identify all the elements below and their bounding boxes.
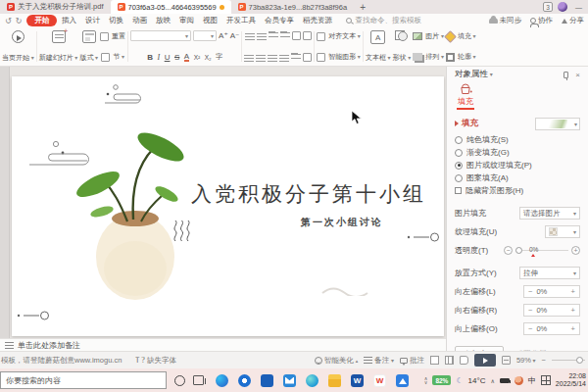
fill-option-gradient[interactable]: 渐变填充(G) (455, 146, 580, 159)
store-icon[interactable] (261, 374, 273, 387)
document-tab-active[interactable]: P 703f6a3-05...46646395569 (111, 0, 231, 14)
zoom-out-button[interactable]: − (542, 356, 546, 365)
minimize-button[interactable]: — (572, 4, 585, 11)
user-avatar[interactable] (558, 2, 567, 12)
text-box-button[interactable]: A 文本框 (365, 29, 392, 64)
normal-view-button[interactable] (430, 356, 439, 365)
new-tab-button[interactable]: + (354, 0, 371, 14)
placement-select[interactable]: 拉伸 ▾ (519, 267, 580, 279)
document-tab-pdf[interactable]: P 关于入党积极分子培训.pdf (0, 0, 111, 14)
font-size-select[interactable] (193, 30, 217, 41)
weather-moon-icon[interactable]: ☾ (456, 376, 463, 385)
outline-button[interactable]: 轮廓 (446, 51, 476, 63)
slideshow-play-button[interactable] (474, 354, 496, 367)
share-button[interactable]: 分享 (562, 16, 584, 25)
collaborate-button[interactable]: 协作 (530, 16, 553, 25)
comments-button[interactable]: 批注 (400, 356, 424, 366)
text-direction-icon[interactable] (292, 31, 301, 40)
battery-percent-badge[interactable]: 82% (432, 375, 451, 385)
underline-button[interactable]: U (165, 53, 171, 62)
picture-fill-select[interactable]: 请选择图片 ▾ (519, 207, 580, 220)
cortana-icon[interactable] (174, 375, 185, 386)
browser-icon[interactable] (306, 374, 318, 387)
bullet-list-icon[interactable] (245, 31, 255, 40)
stepper-minus[interactable]: − (524, 324, 536, 333)
align-text-button[interactable]: 对齐文本 (317, 30, 361, 42)
temperature-label[interactable]: 14°C (468, 376, 486, 385)
ribbon-tab-review[interactable]: 审阅 (174, 15, 198, 26)
slider-knob[interactable] (515, 247, 522, 254)
superscript-button[interactable]: X² (194, 54, 201, 61)
new-slide-button[interactable]: 新建幻灯片 (38, 29, 79, 64)
strikethrough-button[interactable]: S (174, 53, 179, 62)
sync-status-button[interactable]: 未同步 (489, 16, 522, 25)
slide-canvas[interactable]: 入党积极分子第十小组 第一次小组讨论 (0, 67, 446, 338)
missing-font-button[interactable]: Ｔ? 缺失字体 (133, 355, 176, 366)
ribbon-tab-animation[interactable]: 动画 (127, 15, 151, 26)
align-center-icon[interactable] (256, 53, 266, 62)
slide-subtitle-textbox[interactable]: 第一次小组讨论 (269, 216, 416, 229)
transparency-plus-button[interactable]: + (571, 246, 580, 255)
transparency-minus-button[interactable]: − (504, 246, 513, 255)
line-spacing-icon[interactable] (303, 53, 312, 62)
align-left-icon[interactable] (244, 53, 254, 62)
fill-option-picture[interactable]: 图片或纹理填充(P) (455, 159, 580, 172)
redo-icon[interactable]: ↻ (16, 17, 23, 25)
decrease-font-button[interactable]: A⁻ (230, 31, 240, 40)
command-search[interactable]: 查找命令、搜索模板 (346, 16, 421, 25)
increase-font-button[interactable]: A⁺ (219, 31, 228, 40)
hidden-icons-chevron[interactable]: ∧ (490, 377, 494, 384)
fill-option-pattern[interactable]: 图案填充(A) (455, 172, 580, 184)
ime-panel-icon[interactable] (541, 375, 551, 385)
ribbon-tab-view[interactable]: 视图 (198, 15, 221, 26)
italic-button[interactable]: I (158, 53, 161, 62)
stepper-minus[interactable]: − (524, 306, 536, 315)
align-right-icon[interactable] (268, 53, 277, 62)
layout-button[interactable]: 版式 (78, 29, 99, 64)
file-explorer-icon[interactable] (328, 374, 341, 387)
transparency-slider[interactable]: 0% (515, 250, 568, 251)
hide-background-checkbox[interactable]: 隐藏背景图形(H) (455, 184, 580, 197)
close-icon[interactable]: × (575, 71, 580, 79)
mail-icon[interactable] (283, 374, 296, 387)
shape-button[interactable]: 形状 (392, 29, 413, 64)
ribbon-tab-devtools[interactable]: 开发工具 (221, 15, 260, 26)
arrange-button[interactable]: 排列 (413, 51, 444, 63)
smart-graphic-button[interactable]: 智能图形 (317, 51, 361, 63)
reading-view-button[interactable] (460, 356, 468, 365)
ribbon-tab-design[interactable]: 设计 (80, 15, 104, 26)
ribbon-tab-home[interactable]: 开始 (26, 15, 57, 26)
subscript-button[interactable]: X₂ (205, 54, 212, 61)
character-tool-button[interactable]: 字 (216, 52, 222, 62)
notes-input-bar[interactable]: 单击此处添加备注 (0, 338, 446, 351)
ribbon-tab-slideshow[interactable]: 放映 (151, 15, 174, 26)
slide-title-textbox[interactable]: 入党积极分子第十小组 (180, 180, 437, 208)
edge-icon[interactable] (216, 374, 228, 387)
tray-user-icon[interactable] (514, 376, 523, 385)
section-button[interactable]: 节 (101, 51, 124, 63)
fill-button[interactable]: 填充 (446, 30, 476, 42)
fit-slide-icon[interactable] (502, 356, 511, 365)
smart-beautify-button[interactable]: 智能美化 ▴ (315, 356, 359, 366)
undo-icon[interactable]: ↺ (5, 17, 12, 25)
justify-icon[interactable] (279, 53, 289, 62)
clock-app-icon[interactable] (238, 374, 251, 387)
offset-left-stepper[interactable]: − 0% + (523, 285, 580, 298)
window-count-badge[interactable]: 3 (543, 2, 553, 12)
ribbon-tab-insert[interactable]: 插入 (57, 15, 80, 26)
zoom-slider[interactable] (552, 360, 585, 361)
reset-slide-button[interactable]: 重置 (100, 30, 125, 42)
ime-mode-label[interactable]: 中 (528, 375, 536, 386)
font-color-button[interactable]: A (184, 53, 189, 62)
wps-icon[interactable]: W (373, 374, 386, 387)
tray-scroll-icons[interactable]: ∧∨ (424, 376, 428, 384)
pin-icon[interactable] (564, 72, 568, 78)
slide-sorter-view-button[interactable] (445, 356, 454, 365)
ribbon-tab-docer[interactable]: 稻壳资源 (298, 15, 336, 26)
offset-right-stepper[interactable]: − 0% + (523, 304, 580, 317)
document-tab-ppt2[interactable]: P 73ba823a-1e9...8b27f3a8f96a (231, 0, 355, 14)
notes-toggle-button[interactable]: 备注 (364, 356, 394, 366)
picture-button[interactable]: 图片 (413, 30, 444, 42)
fill-option-solid[interactable]: 纯色填充(S) (455, 133, 580, 146)
taskbar-clock[interactable]: 22:08 2022/5/14 (556, 372, 586, 388)
